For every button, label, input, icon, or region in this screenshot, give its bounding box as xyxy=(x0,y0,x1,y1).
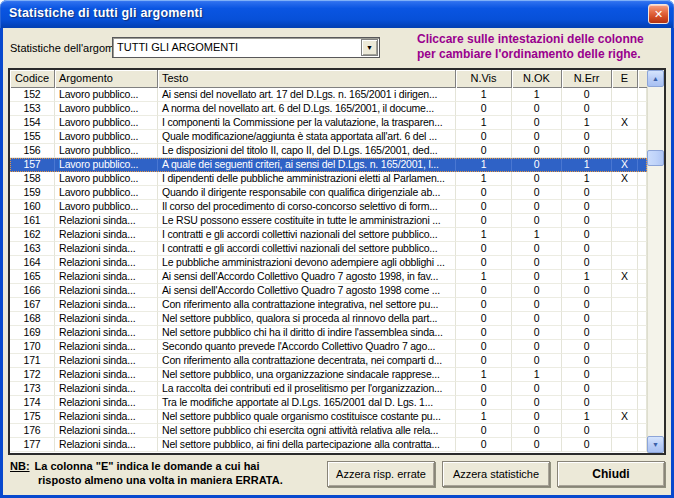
cell-e: X xyxy=(612,172,638,186)
column-header-e[interactable]: E xyxy=(612,70,638,88)
cell-e xyxy=(612,242,638,256)
table-row[interactable]: 162Relazioni sinda...I contratti e gli a… xyxy=(10,228,647,242)
cell-argomento: Lavoro pubblico... xyxy=(55,200,158,214)
table-row[interactable]: 176Relazioni sinda...Nel settore pubblic… xyxy=(10,424,647,438)
cell-e xyxy=(612,284,638,298)
table-row[interactable]: 174Relazioni sinda...Tra le modifiche ap… xyxy=(10,396,647,410)
cell-codice: 172 xyxy=(10,368,55,382)
cell-e xyxy=(612,438,638,452)
table-row[interactable]: 175Relazioni sinda...Nel settore pubblic… xyxy=(10,410,647,424)
table-row[interactable]: 166Relazioni sinda...Ai sensi dell'Accor… xyxy=(10,284,647,298)
topic-combobox[interactable]: TUTTI GLI ARGOMENTI ▼ xyxy=(112,37,380,58)
table-row[interactable]: 169Relazioni sinda...Nel settore pubblic… xyxy=(10,326,647,340)
cell-filler xyxy=(638,130,647,144)
reset-wrong-answers-button[interactable]: Azzera risp. errate xyxy=(327,461,435,487)
table-row[interactable]: 157Lavoro pubblico...A quale dei seguent… xyxy=(10,158,647,172)
cell-argomento: Relazioni sinda... xyxy=(55,354,158,368)
cell-nok: 1 xyxy=(512,368,562,382)
cell-nerr: 0 xyxy=(562,214,612,228)
table-row[interactable]: 173Relazioni sinda...La raccolta dei con… xyxy=(10,382,647,396)
cell-argomento: Relazioni sinda... xyxy=(55,298,158,312)
cell-codice: 163 xyxy=(10,242,55,256)
table-row[interactable]: 161Relazioni sinda...Le RSU possono esse… xyxy=(10,214,647,228)
cell-testo: Nel settore pubblico, ai fini della part… xyxy=(158,438,456,452)
cell-nvis: 1 xyxy=(456,172,512,186)
cell-nok: 0 xyxy=(512,144,562,158)
cell-codice: 154 xyxy=(10,116,55,130)
column-header-codice[interactable]: Codice xyxy=(10,70,55,88)
table-row[interactable]: 164Relazioni sinda...Le pubbliche ammini… xyxy=(10,256,647,270)
table-row[interactable]: 170Relazioni sinda...Secondo quanto prev… xyxy=(10,340,647,354)
cell-nvis: 1 xyxy=(456,270,512,284)
column-header-nvis[interactable]: N.Vis xyxy=(456,70,512,88)
cell-testo: I dipendenti delle pubbliche amministraz… xyxy=(158,172,456,186)
column-header-argomento[interactable]: Argomento xyxy=(55,70,158,88)
cell-testo: A quale dei seguenti criteri, ai sensi d… xyxy=(158,158,456,172)
cell-testo: Tra le modifiche apportate al D.Lgs. 165… xyxy=(158,396,456,410)
cell-e xyxy=(612,102,638,116)
cell-filler xyxy=(638,438,647,452)
close-dialog-button[interactable]: Chiudi xyxy=(557,461,665,487)
table-row[interactable]: 158Lavoro pubblico...I dipendenti delle … xyxy=(10,172,647,186)
table-row[interactable]: 156Lavoro pubblico...Le disposizioni del… xyxy=(10,144,647,158)
cell-nerr: 0 xyxy=(562,354,612,368)
cell-argomento: Relazioni sinda... xyxy=(55,382,158,396)
cell-codice: 177 xyxy=(10,438,55,452)
cell-codice: 159 xyxy=(10,186,55,200)
table-row[interactable]: 160Lavoro pubblico...Il corso del proced… xyxy=(10,200,647,214)
cell-nerr: 0 xyxy=(562,382,612,396)
sort-hint-line1: Cliccare sulle intestazioni delle colonn… xyxy=(417,32,671,47)
table-row[interactable]: 177Relazioni sinda...Nel settore pubblic… xyxy=(10,438,647,452)
cell-nok: 0 xyxy=(512,130,562,144)
cell-codice: 168 xyxy=(10,312,55,326)
table-row[interactable]: 165Relazioni sinda...Ai sensi dell'Accor… xyxy=(10,270,647,284)
title-bar[interactable]: Statistiche di tutti gli argomenti ✕ xyxy=(0,0,674,28)
table-row[interactable]: 154Lavoro pubblico...I componenti la Com… xyxy=(10,116,647,130)
table-row[interactable]: 172Relazioni sinda...Nel settore pubblic… xyxy=(10,368,647,382)
scroll-up-button[interactable]: ▲ xyxy=(647,70,664,87)
cell-nerr: 0 xyxy=(562,242,612,256)
cell-codice: 171 xyxy=(10,354,55,368)
cell-filler xyxy=(638,186,647,200)
table-row[interactable]: 171Relazioni sinda...Con riferimento all… xyxy=(10,354,647,368)
table-row[interactable]: 153Lavoro pubblico...A norma del novella… xyxy=(10,102,647,116)
cell-filler xyxy=(638,298,647,312)
cell-nok: 0 xyxy=(512,116,562,130)
reset-statistics-button[interactable]: Azzera statistiche xyxy=(442,461,550,487)
cell-nvis: 0 xyxy=(456,326,512,340)
column-header-testo[interactable]: Testo xyxy=(158,70,456,88)
table-row[interactable]: 152Lavoro pubblico...Ai sensi del novell… xyxy=(10,88,647,102)
cell-codice: 157 xyxy=(10,158,55,172)
combobox-dropdown-button[interactable]: ▼ xyxy=(361,39,378,56)
cell-testo: I contratti e gli accordi collettivi naz… xyxy=(158,242,456,256)
scrollbar-thumb[interactable] xyxy=(647,150,664,166)
cell-nok: 0 xyxy=(512,424,562,438)
cell-filler xyxy=(638,88,647,102)
cell-nok: 0 xyxy=(512,242,562,256)
column-header-nerr[interactable]: N.Err xyxy=(562,70,612,88)
cell-testo: Ai sensi dell'Accordo Collettivo Quadro … xyxy=(158,284,456,298)
scroll-down-button[interactable]: ▼ xyxy=(647,436,664,453)
cell-filler xyxy=(638,228,647,242)
table-header: Codice Argomento Testo N.Vis N.OK N.Err … xyxy=(10,70,647,88)
cell-nok: 0 xyxy=(512,396,562,410)
nb-label: NB: xyxy=(10,460,30,472)
cell-testo: A norma del novellato art. 6 del D.Lgs. … xyxy=(158,102,456,116)
cell-nerr: 1 xyxy=(562,158,612,172)
table-row[interactable]: 163Relazioni sinda...I contratti e gli a… xyxy=(10,242,647,256)
table-row[interactable]: 155Lavoro pubblico...Quale modificazione… xyxy=(10,130,647,144)
cell-nok: 0 xyxy=(512,284,562,298)
table-row[interactable]: 167Relazioni sinda...Con riferimento all… xyxy=(10,298,647,312)
close-button[interactable]: ✕ xyxy=(648,4,669,24)
close-icon: ✕ xyxy=(654,8,663,20)
table-row[interactable]: 168Relazioni sinda...Nel settore pubblic… xyxy=(10,312,647,326)
cell-nok: 0 xyxy=(512,200,562,214)
column-header-nok[interactable]: N.OK xyxy=(512,70,562,88)
cell-argomento: Relazioni sinda... xyxy=(55,270,158,284)
table-row[interactable]: 159Lavoro pubblico...Quando il dirigente… xyxy=(10,186,647,200)
cell-argomento: Relazioni sinda... xyxy=(55,214,158,228)
vertical-scrollbar[interactable]: ▲ ▼ xyxy=(647,70,664,453)
cell-codice: 175 xyxy=(10,410,55,424)
cell-nok: 0 xyxy=(512,340,562,354)
cell-testo: Quando il dirigente responsabile con qua… xyxy=(158,186,456,200)
